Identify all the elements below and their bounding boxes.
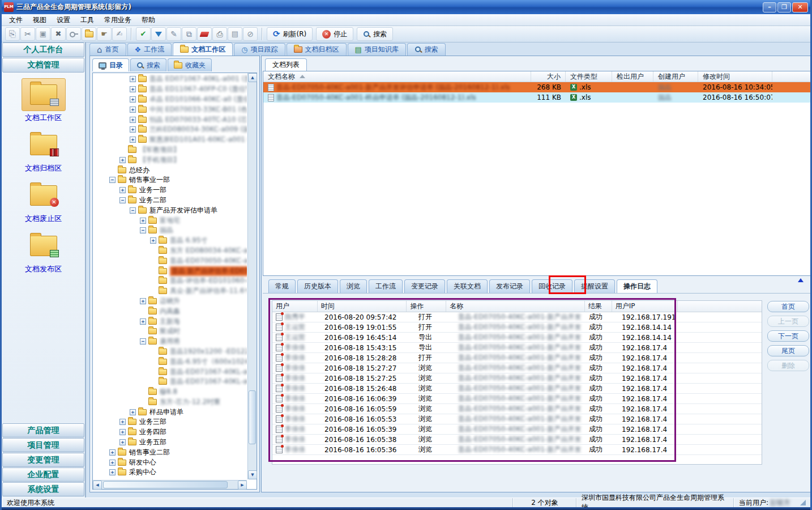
tree-expander-icon[interactable]: − (109, 177, 116, 183)
scroll-down-icon[interactable]: ▼ (248, 470, 257, 479)
tree-expander-icon[interactable]: + (109, 469, 116, 475)
tree-expander-icon[interactable]: + (130, 76, 136, 82)
tree-node[interactable]: + 销售事业二部 (93, 447, 247, 457)
document-row[interactable]: 普晶-ED07050-40KC-a001-新产品开发评估申请单 (国晶-2016… (263, 82, 811, 92)
sidebar-item-0[interactable]: 文档工作区 (2, 78, 85, 123)
tree-node[interactable]: 真众-新产品评估单-11.6寸 (93, 286, 247, 296)
tree-node[interactable]: 普晶1920x1200 -ED1228H- (93, 347, 247, 357)
search-button[interactable]: 搜索 (357, 27, 393, 41)
tree-node[interactable]: + 研发中心 (93, 457, 247, 468)
nav-tab-0[interactable]: ⌂首页 (89, 43, 126, 56)
tree-node[interactable]: + 业务三部 (93, 417, 247, 427)
tree-node[interactable]: − 国晶 (93, 226, 247, 236)
tree-node[interactable]: + 中间 ED070033-33KC-B01 (色展期 (93, 104, 247, 114)
sidebar-item-1[interactable]: 文档归档区 (2, 129, 85, 173)
tree-expander-icon[interactable]: + (119, 419, 126, 425)
eraser-icon-button[interactable] (197, 27, 212, 41)
tree-expander-icon[interactable]: − (119, 197, 126, 203)
scroll-up-icon[interactable]: ▲ (248, 73, 257, 82)
doc-column-header[interactable]: 创建用户 (653, 71, 698, 82)
tree-node[interactable]: − 新产品开发评估申请单 (93, 205, 247, 215)
tree-node[interactable]: 普晶-6.95寸《600x1024》 (93, 356, 247, 367)
sidebar-bottom-4[interactable]: 系统设置 (2, 482, 84, 496)
tree-tab-2[interactable]: 收藏夹 (168, 58, 212, 71)
tree-node[interactable]: + 【手机项目】 (93, 155, 247, 165)
tree-horizontal-scrollbar[interactable]: ◀ ▶ (93, 480, 247, 489)
tree-node[interactable]: 普晶 新产品评估单-ED070 (93, 266, 247, 276)
nav-tab-1[interactable]: ❖工作流 (127, 43, 172, 56)
menu-item-2[interactable]: 设置 (52, 14, 75, 27)
close-button[interactable]: ✕ (792, 2, 808, 12)
sidebar-header-1[interactable]: 文档管理 (2, 58, 84, 73)
detail-tab-4[interactable]: 变更记录 (404, 279, 445, 293)
scroll-right-icon[interactable]: ▶ (238, 481, 247, 490)
duplicate-icon-button[interactable]: ⧉ (182, 27, 196, 41)
tree-node[interactable]: + 样品申请单 (93, 407, 247, 417)
nav-tab-4[interactable]: 文档归档区 (287, 43, 347, 56)
tree-node[interactable]: − 业务二部 (93, 196, 247, 206)
tree-node[interactable]: + 业务四部 (93, 427, 247, 437)
doc-column-header[interactable]: 修改时间 (698, 71, 772, 82)
tree-node[interactable]: 普晶-ED070050-40KC-a001 (93, 256, 247, 266)
detail-tab-3[interactable]: 工作流 (369, 279, 403, 293)
sidebar-bottom-2[interactable]: 变更管理 (2, 453, 84, 467)
print-icon-button[interactable]: ⎙ (212, 27, 227, 41)
tree-expander-icon[interactable]: − (140, 227, 146, 233)
key-icon-button[interactable] (66, 27, 81, 41)
doc-column-header[interactable]: 文档名称 (263, 71, 531, 82)
tab-document-list[interactable]: 文档列表 (265, 58, 307, 71)
tree-node[interactable]: + 迈晓升 (93, 296, 247, 307)
doc-column-header[interactable]: 大小 (531, 71, 566, 82)
tree-node[interactable]: 普晶-ED071067-40KL-a002 (93, 377, 247, 387)
sign-icon-button[interactable]: ✍ (112, 27, 127, 41)
pager-button-2[interactable]: 下一页 (767, 330, 809, 342)
tree-node[interactable]: − 康用将 (93, 337, 247, 347)
restore-button[interactable]: ❐ (777, 2, 791, 12)
cut-icon-button[interactable]: ✂ (20, 27, 35, 41)
menu-item-5[interactable]: 帮助 (136, 14, 160, 27)
tree-node[interactable]: 内高鑫 (93, 306, 247, 316)
tree-node[interactable]: + 普晶 ED11067-40FP-C0 (显信节 (93, 84, 247, 95)
document-row[interactable]: 普晶-ED07050-40KC-a001-样品申请单 (国晶-20160812-… (263, 92, 811, 103)
scroll-thumb[interactable] (249, 390, 256, 444)
sidebar-item-3[interactable]: 文档发布区 (2, 230, 85, 274)
tree-expander-icon[interactable]: + (130, 137, 136, 143)
sidebar-bottom-1[interactable]: 项目管理 (2, 438, 84, 452)
pages-icon-button[interactable]: ▤ (228, 27, 242, 41)
scroll-left-icon[interactable]: ◀ (93, 481, 102, 490)
tree-node[interactable]: 普晶-评估单-ED101060-40 (93, 276, 247, 286)
tree-expander-icon[interactable]: + (119, 187, 126, 193)
tree-node[interactable]: 东方 ED080034-40KC-a00 (93, 246, 247, 256)
tree-expander-icon[interactable]: + (109, 460, 116, 466)
tree-expander-icon[interactable]: + (109, 449, 116, 456)
tree-expander-icon[interactable]: + (119, 439, 126, 445)
sidebar-bottom-0[interactable]: 产品管理 (2, 423, 84, 437)
tree-node[interactable]: 聚成时 (93, 326, 247, 337)
new-folder-icon-button[interactable] (82, 27, 96, 41)
tree-expander-icon[interactable]: + (140, 318, 146, 325)
pager-button-3[interactable]: 尾页 (767, 345, 809, 356)
checkin-icon-button[interactable]: ✔ (136, 27, 151, 41)
tree-node[interactable]: + 采购中心 (93, 468, 247, 478)
tree-node[interactable]: 东方-芯力-12.2吋重 (93, 397, 247, 407)
tree-tab-0[interactable]: 目录 (92, 58, 129, 71)
sidebar-bottom-3[interactable]: 企业配置 (2, 468, 84, 482)
tree-expander-icon[interactable]: + (130, 117, 136, 123)
collapse-up-icon[interactable] (798, 278, 804, 282)
tree-tab-1[interactable]: 搜索 (130, 58, 166, 71)
paste-icon-button[interactable]: ▣ (36, 27, 50, 41)
tree-expander-icon[interactable]: + (130, 126, 136, 133)
tree-node[interactable]: 总经办 (93, 165, 247, 175)
tree-node[interactable]: + 卓晶 ED101066-40KC-a0 (显信节 (93, 95, 247, 105)
forbid-icon-button[interactable]: ⊘ (243, 27, 258, 41)
tree-expander-icon[interactable]: + (140, 298, 146, 304)
tree-node[interactable]: 穆8.8 (93, 387, 247, 397)
tree-expander-icon[interactable]: + (130, 107, 136, 113)
tree-node[interactable]: + 普晶 ED071067-40KL-a001 (显信 (93, 74, 247, 84)
sidebar-item-2[interactable]: ✕ 文档废止区 (2, 179, 85, 224)
pointer-icon-button[interactable]: ☛ (97, 27, 112, 41)
doc-column-header[interactable]: 检出用户 (612, 71, 653, 82)
detail-tab-6[interactable]: 发布记录 (489, 279, 530, 293)
detail-tab-9[interactable]: 操作日志 (617, 279, 657, 293)
delete-icon-button[interactable]: ✖ (51, 27, 66, 41)
